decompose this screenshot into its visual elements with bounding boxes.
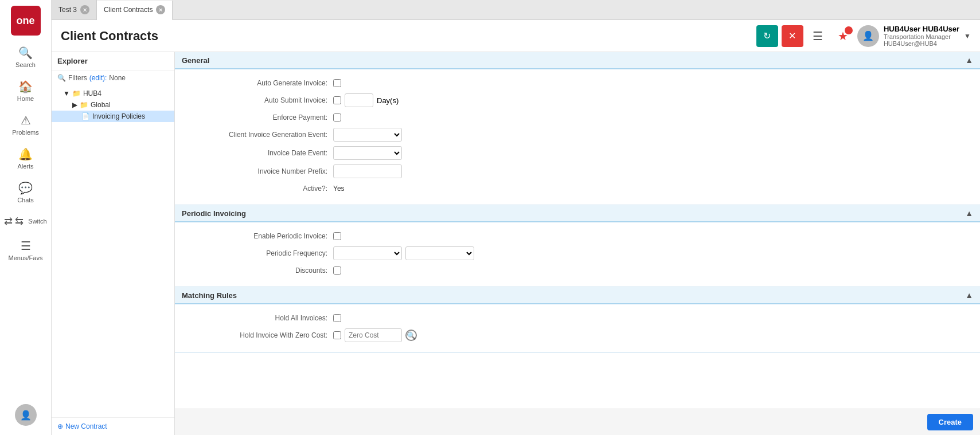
periodic-frequency-control xyxy=(333,246,971,260)
tab-label: Client Contracts xyxy=(104,6,153,14)
client-invoice-generation-event-row: Client Invoice Generation Event: xyxy=(175,126,980,144)
tab-test3[interactable]: Test 3 ✕ xyxy=(52,0,97,19)
user-email: HUB4User@HUB4 xyxy=(884,40,959,47)
explorer-filters: 🔍 Filters (edit): None xyxy=(52,70,174,85)
enforce-payment-control xyxy=(333,113,971,122)
user-text: HUB4User HUB4User Transportation Manager… xyxy=(884,25,959,47)
client-invoice-generation-event-select[interactable] xyxy=(333,128,402,142)
sidebar-item-switch[interactable]: ⇄ ⇆ Switch xyxy=(3,210,48,232)
menus-icon: ☰ xyxy=(21,239,31,253)
periodic-frequency-select1[interactable] xyxy=(333,246,402,260)
auto-generate-invoice-control xyxy=(333,79,971,87)
tab-client-contracts[interactable]: Client Contracts ✕ xyxy=(97,1,173,20)
periodic-invoicing-collapse-button[interactable]: ▲ xyxy=(965,209,973,218)
periodic-invoicing-section-body: Enable Periodic Invoice: Periodic Freque… xyxy=(175,222,980,287)
sidebar-item-search[interactable]: 🔍 Search xyxy=(3,41,48,73)
tree-item-hub4[interactable]: ▼ 📁 HUB4 xyxy=(52,88,174,99)
switch-icon: ⇄ xyxy=(4,215,13,228)
sidebar-user-avatar[interactable]: 👤 xyxy=(15,404,37,426)
header-actions: ↻ ✕ ☰ ★ 👤 HUB4User HUB4User Transportati… xyxy=(756,25,971,47)
chats-icon: 💬 xyxy=(18,181,33,195)
hold-all-invoices-row: Hold All Invoices: xyxy=(175,310,980,326)
menu-button[interactable]: ☰ xyxy=(807,25,829,47)
sidebar-item-label: Search xyxy=(15,61,36,68)
enable-periodic-invoice-checkbox[interactable] xyxy=(333,232,341,240)
sidebar-item-label: Menus/Favs xyxy=(9,254,43,261)
explorer-panel: Explorer 🔍 Filters (edit): None ▼ 📁 HUB4… xyxy=(52,52,175,435)
discounts-checkbox[interactable] xyxy=(333,267,341,275)
general-collapse-button[interactable]: ▲ xyxy=(965,56,973,65)
hold-invoice-zero-cost-control: 🔍 xyxy=(333,328,971,342)
periodic-frequency-row: Periodic Frequency: xyxy=(175,244,980,262)
invoice-date-event-control xyxy=(333,146,971,160)
matching-rules-section-header: Matching Rules ▲ xyxy=(175,287,980,304)
problems-icon: ⚠ xyxy=(21,113,31,127)
enforce-payment-checkbox[interactable] xyxy=(333,113,341,122)
sidebar: one 🔍 Search 🏠 Home ⚠ Problems 🔔 Alerts … xyxy=(0,0,52,435)
hold-invoice-zero-cost-label: Hold Invoice With Zero Cost: xyxy=(184,331,333,339)
auto-generate-invoice-checkbox[interactable] xyxy=(333,79,341,87)
user-info[interactable]: 👤 HUB4User HUB4User Transportation Manag… xyxy=(857,25,971,47)
active-value: Yes xyxy=(333,185,345,193)
explorer-tree: ▼ 📁 HUB4 ▶ 📁 Global 📄 Invoicing Policies xyxy=(52,85,174,417)
tree-item-label: Global xyxy=(91,101,111,109)
general-section-body: Auto Generate Invoice: Auto Submit Invoi… xyxy=(175,69,980,205)
sidebar-item-problems[interactable]: ⚠ Problems xyxy=(3,109,48,140)
invoice-number-prefix-control xyxy=(333,164,971,178)
periodic-invoicing-section-title: Periodic Invoicing xyxy=(182,209,246,218)
enable-periodic-invoice-row: Enable Periodic Invoice: xyxy=(175,228,980,244)
invoice-number-prefix-input[interactable] xyxy=(333,164,402,178)
refresh-button[interactable]: ↻ xyxy=(756,25,778,47)
days-input[interactable] xyxy=(345,93,373,107)
close-button[interactable]: ✕ xyxy=(782,25,803,47)
filters-edit-link[interactable]: (edit): xyxy=(89,74,107,82)
app-logo[interactable]: one xyxy=(11,6,41,36)
active-label: Active?: xyxy=(184,185,333,193)
zero-cost-input[interactable] xyxy=(345,328,402,342)
hold-invoice-zero-cost-checkbox[interactable] xyxy=(333,331,341,339)
sidebar-item-label: Chats xyxy=(17,197,34,203)
general-section: General ▲ Auto Generate Invoice: Auto Su… xyxy=(175,52,980,205)
new-contract-link[interactable]: ⊕ New Contract xyxy=(57,422,169,430)
auto-generate-invoice-label: Auto Generate Invoice: xyxy=(184,79,333,87)
enforce-payment-row: Enforce Payment: xyxy=(175,109,980,126)
general-section-header: General ▲ xyxy=(175,52,980,69)
zero-cost-search-button[interactable]: 🔍 xyxy=(405,330,417,341)
document-icon: 📄 xyxy=(81,112,90,120)
auto-submit-invoice-checkbox[interactable] xyxy=(333,96,341,104)
sidebar-item-alerts[interactable]: 🔔 Alerts xyxy=(3,143,48,174)
alerts-icon: 🔔 xyxy=(18,147,33,161)
search-icon: 🔍 xyxy=(18,46,33,60)
sidebar-item-chats[interactable]: 💬 Chats xyxy=(3,177,48,208)
tab-close-test3[interactable]: ✕ xyxy=(80,5,89,14)
matching-rules-section-body: Hold All Invoices: Hold Invoice With Zer… xyxy=(175,304,980,352)
hold-all-invoices-checkbox[interactable] xyxy=(333,314,341,322)
tab-close-client-contracts[interactable]: ✕ xyxy=(156,5,165,14)
tree-item-invoicing-policies[interactable]: 📄 Invoicing Policies xyxy=(52,111,174,122)
invoice-number-prefix-row: Invoice Number Prefix: xyxy=(175,162,980,181)
matching-rules-section-title: Matching Rules xyxy=(182,291,237,300)
notification-badge[interactable]: ★ xyxy=(832,25,854,47)
sidebar-item-menus[interactable]: ☰ Menus/Favs xyxy=(3,234,48,266)
auto-submit-invoice-control: Day(s) xyxy=(333,93,971,107)
tab-bar: Test 3 ✕ Client Contracts ✕ xyxy=(52,0,980,20)
sidebar-item-home[interactable]: 🏠 Home xyxy=(3,75,48,107)
tree-item-label: Invoicing Policies xyxy=(92,112,145,120)
periodic-invoicing-section-header: Periodic Invoicing ▲ xyxy=(175,205,980,222)
invoice-date-event-select[interactable] xyxy=(333,146,402,160)
hold-all-invoices-label: Hold All Invoices: xyxy=(184,314,333,322)
client-invoice-generation-event-label: Client Invoice Generation Event: xyxy=(184,131,333,139)
discounts-control xyxy=(333,267,971,275)
tree-item-global[interactable]: ▶ 📁 Global xyxy=(52,99,174,111)
auto-submit-invoice-row: Auto Submit Invoice: Day(s) xyxy=(175,91,980,109)
expand-icon: ▼ xyxy=(63,89,70,97)
chevron-down-icon: ▼ xyxy=(964,32,971,40)
hold-all-invoices-control xyxy=(333,314,971,322)
periodic-invoicing-section: Periodic Invoicing ▲ Enable Periodic Inv… xyxy=(175,205,980,287)
matching-rules-collapse-button[interactable]: ▲ xyxy=(965,291,973,300)
page-title: Client Contracts xyxy=(61,29,751,44)
user-role: Transportation Manager xyxy=(884,33,959,40)
create-button[interactable]: Create xyxy=(927,414,973,430)
expand-icon: ▶ xyxy=(72,101,77,109)
periodic-frequency-select2[interactable] xyxy=(405,246,474,260)
